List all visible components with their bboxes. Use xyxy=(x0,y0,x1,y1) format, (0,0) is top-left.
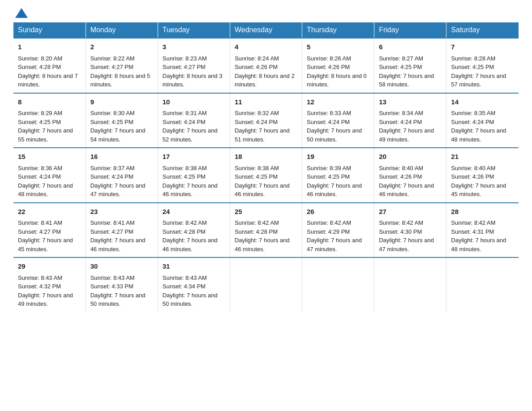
calendar-cell: 31Sunrise: 8:43 AMSunset: 4:34 PMDayligh… xyxy=(158,257,230,312)
day-number: 21 xyxy=(451,152,514,162)
daylight-text: Daylight: 7 hours and 51 minutes. xyxy=(235,127,290,143)
sunset-text: Sunset: 4:24 PM xyxy=(379,119,422,125)
daylight-text: Daylight: 7 hours and 58 minutes. xyxy=(379,73,434,88)
sunset-text: Sunset: 4:25 PM xyxy=(163,173,206,180)
day-number: 22 xyxy=(18,207,81,217)
sunset-text: Sunset: 4:26 PM xyxy=(451,173,494,180)
sunset-text: Sunset: 4:33 PM xyxy=(90,283,133,290)
daylight-text: Daylight: 7 hours and 47 minutes. xyxy=(90,182,146,198)
calendar-cell xyxy=(230,257,302,312)
calendar-cell: 9Sunrise: 8:30 AMSunset: 4:25 PMDaylight… xyxy=(86,93,158,148)
day-number: 7 xyxy=(451,42,514,52)
calendar-cell: 15Sunrise: 8:36 AMSunset: 4:24 PMDayligh… xyxy=(13,148,86,203)
sunset-text: Sunset: 4:26 PM xyxy=(235,64,278,70)
day-number: 24 xyxy=(163,207,225,217)
sunrise-text: Sunrise: 8:33 AM xyxy=(307,110,351,116)
daylight-text: Daylight: 7 hours and 46 minutes. xyxy=(90,237,146,253)
day-number: 27 xyxy=(379,207,442,217)
sunset-text: Sunset: 4:24 PM xyxy=(307,119,350,125)
sunset-text: Sunset: 4:24 PM xyxy=(18,173,61,180)
sunrise-text: Sunrise: 8:41 AM xyxy=(18,219,62,226)
sunrise-text: Sunrise: 8:36 AM xyxy=(18,165,62,171)
sunset-text: Sunset: 4:24 PM xyxy=(90,173,133,180)
page-header xyxy=(13,9,519,18)
header-day-saturday: Saturday xyxy=(446,22,519,38)
day-number: 8 xyxy=(18,97,81,107)
calendar-cell: 22Sunrise: 8:41 AMSunset: 4:27 PMDayligh… xyxy=(13,203,86,258)
daylight-text: Daylight: 7 hours and 57 minutes. xyxy=(451,73,506,88)
day-number: 31 xyxy=(163,261,225,272)
calendar-cell: 12Sunrise: 8:33 AMSunset: 4:24 PMDayligh… xyxy=(302,93,374,148)
header-day-friday: Friday xyxy=(374,22,446,38)
calendar-cell: 30Sunrise: 8:43 AMSunset: 4:33 PMDayligh… xyxy=(86,257,158,312)
day-number: 4 xyxy=(235,42,297,52)
calendar-cell: 19Sunrise: 8:39 AMSunset: 4:25 PMDayligh… xyxy=(302,148,374,203)
logo-triangle-icon xyxy=(15,8,28,18)
sunset-text: Sunset: 4:27 PM xyxy=(18,228,61,235)
daylight-text: Daylight: 7 hours and 55 minutes. xyxy=(18,127,73,143)
sunrise-text: Sunrise: 8:27 AM xyxy=(379,55,423,62)
day-number: 15 xyxy=(18,152,81,162)
sunset-text: Sunset: 4:30 PM xyxy=(379,228,422,235)
calendar-cell: 8Sunrise: 8:29 AMSunset: 4:25 PMDaylight… xyxy=(13,93,86,148)
sunset-text: Sunset: 4:27 PM xyxy=(90,64,133,70)
week-row-5: 29Sunrise: 8:43 AMSunset: 4:32 PMDayligh… xyxy=(13,257,519,312)
calendar-cell: 18Sunrise: 8:38 AMSunset: 4:25 PMDayligh… xyxy=(230,148,302,203)
sunrise-text: Sunrise: 8:31 AM xyxy=(163,110,207,116)
sunrise-text: Sunrise: 8:26 AM xyxy=(307,55,351,62)
header-day-wednesday: Wednesday xyxy=(230,22,302,38)
sunset-text: Sunset: 4:25 PM xyxy=(379,64,422,70)
sunrise-text: Sunrise: 8:41 AM xyxy=(90,219,135,226)
day-number: 18 xyxy=(235,152,297,162)
daylight-text: Daylight: 7 hours and 49 minutes. xyxy=(379,127,434,143)
sunrise-text: Sunrise: 8:43 AM xyxy=(18,274,62,281)
day-number: 26 xyxy=(307,207,369,217)
calendar-cell: 24Sunrise: 8:42 AMSunset: 4:28 PMDayligh… xyxy=(158,203,230,258)
sunset-text: Sunset: 4:25 PM xyxy=(18,119,61,125)
day-number: 5 xyxy=(307,42,369,52)
sunset-text: Sunset: 4:31 PM xyxy=(451,228,494,235)
day-number: 9 xyxy=(90,97,153,107)
sunrise-text: Sunrise: 8:43 AM xyxy=(163,274,207,281)
sunrise-text: Sunrise: 8:42 AM xyxy=(235,219,279,226)
daylight-text: Daylight: 7 hours and 48 minutes. xyxy=(451,127,506,143)
daylight-text: Daylight: 7 hours and 45 minutes. xyxy=(18,237,73,253)
daylight-text: Daylight: 7 hours and 50 minutes. xyxy=(307,127,362,143)
sunset-text: Sunset: 4:25 PM xyxy=(90,119,133,125)
day-number: 23 xyxy=(90,207,153,217)
sunrise-text: Sunrise: 8:42 AM xyxy=(451,219,495,226)
daylight-text: Daylight: 7 hours and 48 minutes. xyxy=(451,237,506,253)
sunset-text: Sunset: 4:24 PM xyxy=(235,119,278,125)
sunrise-text: Sunrise: 8:35 AM xyxy=(451,110,495,116)
day-number: 25 xyxy=(235,207,297,217)
sunset-text: Sunset: 4:28 PM xyxy=(163,228,206,235)
sunrise-text: Sunrise: 8:24 AM xyxy=(235,55,279,62)
header-row: SundayMondayTuesdayWednesdayThursdayFrid… xyxy=(13,22,519,38)
calendar-cell: 26Sunrise: 8:42 AMSunset: 4:29 PMDayligh… xyxy=(302,203,374,258)
day-number: 6 xyxy=(379,42,442,52)
calendar-cell: 29Sunrise: 8:43 AMSunset: 4:32 PMDayligh… xyxy=(13,257,86,312)
sunrise-text: Sunrise: 8:23 AM xyxy=(163,55,207,62)
sunset-text: Sunset: 4:25 PM xyxy=(235,173,278,180)
sunset-text: Sunset: 4:27 PM xyxy=(163,64,206,70)
sunrise-text: Sunrise: 8:42 AM xyxy=(379,219,423,226)
week-row-3: 15Sunrise: 8:36 AMSunset: 4:24 PMDayligh… xyxy=(13,148,519,203)
sunrise-text: Sunrise: 8:32 AM xyxy=(235,110,279,116)
daylight-text: Daylight: 8 hours and 7 minutes. xyxy=(18,73,78,88)
logo xyxy=(13,9,28,18)
day-number: 13 xyxy=(379,97,442,107)
daylight-text: Daylight: 7 hours and 50 minutes. xyxy=(163,292,218,308)
header-day-sunday: Sunday xyxy=(13,22,86,38)
day-number: 14 xyxy=(451,97,514,107)
calendar-cell: 14Sunrise: 8:35 AMSunset: 4:24 PMDayligh… xyxy=(446,93,519,148)
calendar-cell: 20Sunrise: 8:40 AMSunset: 4:26 PMDayligh… xyxy=(374,148,446,203)
calendar-table: SundayMondayTuesdayWednesdayThursdayFrid… xyxy=(13,22,519,312)
daylight-text: Daylight: 7 hours and 46 minutes. xyxy=(235,182,290,198)
sunset-text: Sunset: 4:25 PM xyxy=(307,173,350,180)
day-number: 20 xyxy=(379,152,442,162)
day-number: 19 xyxy=(307,152,369,162)
sunrise-text: Sunrise: 8:37 AM xyxy=(90,165,135,171)
sunset-text: Sunset: 4:28 PM xyxy=(235,228,278,235)
daylight-text: Daylight: 7 hours and 46 minutes. xyxy=(163,182,218,198)
day-number: 16 xyxy=(90,152,153,162)
